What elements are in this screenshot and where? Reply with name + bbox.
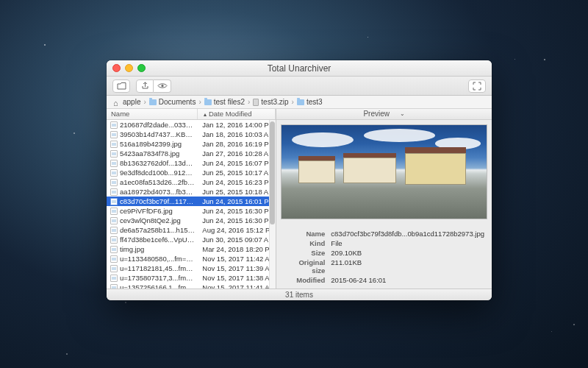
statusbar: 31 items: [107, 289, 492, 300]
folder-icon: [297, 99, 304, 105]
eye-icon: [157, 82, 168, 89]
file-name: de6a57a258b11...h15Il4_fw658.jpg: [120, 226, 198, 234]
fullscreen-icon: [473, 82, 481, 91]
breadcrumb-label: test3.zip: [261, 98, 288, 106]
file-icon: [110, 198, 118, 205]
info-value-name: c83d70cf3bc79f3d8fdb...0b9a1cd11728b2973…: [331, 230, 484, 238]
toolbar: [107, 77, 492, 96]
table-row[interactable]: c83d70cf3bc79f...11728b2973.jpgJun 24, 2…: [107, 197, 276, 206]
table-row[interactable]: u=117182181,45...fm=27&gp=0.jpgNov 15, 2…: [107, 263, 276, 273]
file-name: ce9PiVFfDF6.jpg: [120, 207, 198, 215]
preview-info: Name c83d70cf3bc79f3d8fdb...0b9a1cd11728…: [276, 224, 492, 289]
scrollbar-track[interactable]: [269, 120, 276, 289]
file-icon: [110, 275, 118, 282]
file-date: Jan 18, 2016 10:03 AM: [198, 130, 276, 138]
minimize-button[interactable]: [125, 64, 133, 72]
info-value-original: 211.01KB: [331, 258, 484, 275]
info-label-modified: Modified: [284, 276, 331, 284]
breadcrumb-item[interactable]: test3.zip: [251, 98, 290, 106]
file-icon: [110, 179, 118, 186]
file-icon: [110, 217, 118, 224]
file-date: Jun 24, 2015 16:30 PM: [198, 207, 276, 215]
breadcrumb-item[interactable]: test files2: [202, 98, 247, 106]
file-date: Jun 24, 2015 16:30 PM: [198, 216, 276, 224]
table-row[interactable]: 516a189b42399.jpgJan 28, 2016 16:19 PM: [107, 139, 276, 149]
svg-point-0: [161, 85, 163, 87]
home-icon: ⌂: [113, 99, 121, 106]
window-controls: [112, 64, 146, 72]
preview-image[interactable]: [281, 124, 487, 219]
column-header-date-label: Date Modified: [209, 110, 252, 118]
table-row[interactable]: aa18972bd4073...fb30e2408ea.jpgJun 25, 2…: [107, 187, 276, 197]
column-header-name-label: Name: [111, 110, 129, 118]
table-row[interactable]: ce9PiVFfDF6.jpgJun 24, 2015 16:30 PM: [107, 206, 276, 216]
preview-header[interactable]: Preview ⌄: [276, 109, 492, 120]
file-icon: [110, 246, 118, 253]
preview-pane: Preview ⌄ Name c83d70cf3bc79f3d8fdb...0b…: [276, 109, 492, 289]
quicklook-button[interactable]: [154, 79, 171, 93]
share-icon: [141, 82, 149, 90]
status-text: 31 items: [285, 291, 313, 299]
close-button[interactable]: [112, 64, 121, 72]
table-row[interactable]: de6a57a258b11...h15Il4_fw658.jpgAug 24, …: [107, 225, 276, 235]
column-header-name[interactable]: Name: [107, 109, 198, 119]
file-name: 5423aa7834f78.jpg: [120, 149, 198, 158]
column-header-date[interactable]: ▴ Date Modified: [198, 109, 276, 119]
breadcrumb-item[interactable]: test3: [295, 98, 325, 106]
scrollbar-thumb[interactable]: [270, 121, 275, 224]
file-date: Nov 15, 2017 11:39 AM: [198, 264, 276, 272]
file-name: 8b13632762d0f...13d2697c568.jpg: [120, 159, 198, 167]
breadcrumb-item[interactable]: ⌂apple: [111, 98, 143, 106]
file-icon: [110, 150, 118, 158]
table-row[interactable]: u=1735807317,3...fm=27&gp=0.jpgNov 15, 2…: [107, 273, 276, 283]
table-row[interactable]: u=1357256166,1...fm=27&gp=0.jpgNov 15, 2…: [107, 283, 276, 289]
table-row[interactable]: 210687df2dade...0336-2uoXtN.jpgJan 12, 2…: [107, 120, 276, 130]
info-row-original: Original size 211.01KB: [284, 258, 484, 275]
file-name: u=117182181,45...fm=27&gp=0.jpg: [120, 264, 198, 272]
file-icon: [110, 188, 118, 196]
table-row[interactable]: 39503b14d7437...KBYN_fw658.jpgJan 18, 20…: [107, 130, 276, 139]
new-folder-button[interactable]: [112, 79, 130, 93]
table-row[interactable]: timg.jpgMar 24, 2018 18:20 PM: [107, 244, 276, 254]
toolbar-group-view: [136, 79, 171, 93]
list-header: Name ▴ Date Modified: [107, 109, 276, 120]
fullscreen-button[interactable]: [468, 79, 486, 93]
zoom-button[interactable]: [137, 64, 146, 72]
file-date: Jun 24, 2015 16:07 PM: [198, 159, 276, 167]
table-row[interactable]: 9e3df8dcd100b...912c8fc2e79.jpgJun 25, 2…: [107, 168, 276, 177]
file-date: Jun 30, 2015 09:07 AM: [198, 236, 276, 244]
info-label-name: Name: [284, 230, 331, 238]
table-row[interactable]: cev3wlQn8tQe2.jpgJun 24, 2015 16:30 PM: [107, 216, 276, 225]
file-name: 39503b14d7437...KBYN_fw658.jpg: [120, 130, 198, 138]
file-name: 9e3df8dcd100b...912c8fc2e79.jpg: [120, 169, 198, 177]
file-date: Jun 25, 2015 10:18 AM: [198, 188, 276, 196]
table-row[interactable]: 8b13632762d0f...13d2697c568.jpgJun 24, 2…: [107, 158, 276, 168]
table-row[interactable]: ff47d38be1cef6...VpUna_fw658.jpgJun 30, …: [107, 235, 276, 244]
share-button[interactable]: [136, 79, 154, 93]
info-label-original: Original size: [284, 258, 331, 275]
info-value-size: 209.10KB: [331, 249, 484, 257]
info-row-size: Size 209.10KB: [284, 249, 484, 257]
file-name: u=1735807317,3...fm=27&gp=0.jpg: [120, 274, 198, 282]
table-row[interactable]: 5423aa7834f78.jpgJan 27, 2016 10:28 AM: [107, 149, 276, 158]
file-icon: [110, 131, 118, 138]
file-name: c83d70cf3bc79f...11728b2973.jpg: [120, 197, 198, 205]
info-value-modified: 2015-06-24 16:01: [331, 276, 484, 284]
info-label-size: Size: [284, 249, 331, 257]
window-title: Total Unarchiver: [268, 63, 331, 74]
breadcrumb-label: test3: [306, 98, 323, 106]
file-name: ff47d38be1cef6...VpUna_fw658.jpg: [120, 236, 198, 244]
file-name: aa18972bd4073...fb30e2408ea.jpg: [120, 188, 198, 196]
file-icon: [110, 255, 118, 263]
file-list-scroll[interactable]: 210687df2dade...0336-2uoXtN.jpgJan 12, 2…: [107, 120, 276, 289]
table-row[interactable]: u=1133480580,...fm=27&gp=0.jpgNov 15, 20…: [107, 254, 276, 263]
file-icon: [110, 160, 118, 167]
breadcrumb-item[interactable]: Documents: [147, 98, 198, 106]
info-row-modified: Modified 2015-06-24 16:01: [284, 276, 484, 284]
info-value-kind: File: [331, 239, 484, 247]
file-icon: [110, 227, 118, 234]
table-row[interactable]: a1ec08fa513d26...2fb4216d8df.jpgJun 24, …: [107, 177, 276, 187]
info-row-name: Name c83d70cf3bc79f3d8fdb...0b9a1cd11728…: [284, 230, 484, 238]
preview-header-label: Preview: [363, 110, 390, 118]
titlebar[interactable]: Total Unarchiver: [107, 60, 492, 77]
